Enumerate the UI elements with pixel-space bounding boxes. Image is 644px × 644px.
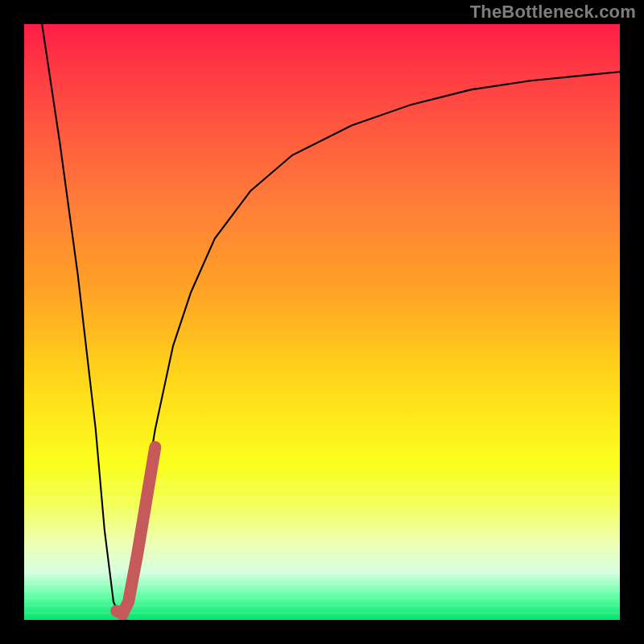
- watermark-label: TheBottleneck.com: [470, 2, 636, 23]
- bottleneck-curve: [42, 24, 620, 615]
- curve-layer: [24, 24, 620, 620]
- plot-area: [24, 24, 620, 620]
- highlight-segment: [117, 447, 155, 613]
- chart-frame: TheBottleneck.com: [0, 0, 644, 644]
